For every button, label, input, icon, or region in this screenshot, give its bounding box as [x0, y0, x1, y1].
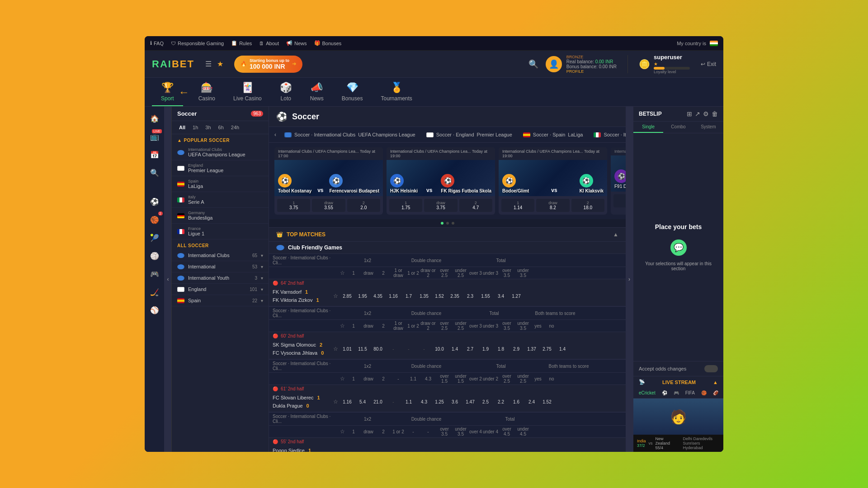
section-collapse-icon[interactable]: ▲ [613, 231, 618, 238]
tab-ucl[interactable]: Soccer · International Clubs UEFA Champi… [280, 130, 420, 140]
live-tab-fifa[interactable]: FIFA [684, 389, 697, 396]
odd-home[interactable]: 2.85 [340, 293, 354, 299]
league-item-pl[interactable]: England Premier League [172, 160, 269, 176]
nav-loto[interactable]: 🎲 Loto [271, 78, 301, 106]
league-item-spain[interactable]: Spain 22 ▾ [172, 295, 269, 306]
bet-tab-combo[interactable]: Combo [663, 122, 693, 133]
filter-3h[interactable]: 3h [203, 124, 212, 131]
dot-1[interactable] [441, 222, 443, 225]
hamburger-icon[interactable]: ☰ [205, 60, 212, 68]
odd-over3-2[interactable]: 2.7 [463, 346, 477, 352]
odd-dc12-4[interactable]: 1.18 [401, 452, 416, 452]
faq-link[interactable]: ℹ FAQ [150, 40, 164, 46]
live-tab-darts[interactable]: 🎯 [723, 389, 723, 396]
live-tab-ecricket[interactable]: eCricket [637, 389, 657, 396]
odd-btn-3-away[interactable]: 2 18.0 [571, 199, 604, 212]
live-tab-soccer[interactable]: ⚽ [660, 389, 669, 396]
betslip-grid-icon[interactable]: ⊞ [687, 110, 692, 117]
odd-away-2[interactable]: 80.0 [371, 346, 385, 352]
odd-under35-2[interactable]: 2.9 [509, 346, 524, 352]
nav-tournaments[interactable]: 🏅 Tournaments [372, 78, 421, 106]
odd-btts-no-2[interactable]: 2.75 [540, 346, 554, 352]
odd-btn-1-draw[interactable]: draw 3.55 [312, 199, 345, 212]
odd-over35[interactable]: 3.4 [494, 293, 508, 299]
league-item-bundesliga[interactable]: Germany Bundesliga [172, 208, 269, 224]
exit-button[interactable]: ↩ Exit [701, 61, 716, 67]
live-stream-collapse-icon[interactable]: ▲ [713, 380, 718, 385]
odd-away-4[interactable]: 1.32 [371, 452, 385, 452]
hockey-icon-btn[interactable]: 🏒 [146, 284, 163, 300]
odd-home-4[interactable]: 10.5 [340, 452, 354, 452]
league-item-ucl[interactable]: International Clubs UEFA Champions Leagu… [172, 145, 269, 160]
filter-all[interactable]: All [177, 124, 187, 131]
league-item-england[interactable]: England 101 ▾ [172, 284, 269, 295]
odd-btn-1-home[interactable]: 1 3.75 [277, 199, 310, 212]
tab-epl[interactable]: Soccer · England Premier League [422, 130, 517, 140]
betslip-settings-icon[interactable]: ⚙ [703, 110, 709, 117]
match1-fav-icon[interactable]: ☆ [333, 293, 338, 299]
news-topbar-link[interactable]: 📢 News [286, 40, 307, 46]
bonuses-topbar-link[interactable]: 🎁 Bonuses [314, 40, 342, 46]
avatar[interactable]: 👤 [546, 56, 562, 72]
tabs-left-arrow-icon[interactable]: ‹ [273, 130, 278, 140]
fav-star-icon[interactable]: ☆ [340, 270, 345, 276]
match3-fav-icon[interactable]: ☆ [333, 399, 338, 405]
odd-btts-yes-3[interactable]: 2.4 [524, 399, 539, 405]
odd-under45-4[interactable]: 1.6 [509, 452, 524, 452]
bonus-badge[interactable]: 🔥 Starting bonus up to 100 000 INR ➜ [234, 56, 302, 73]
nav-news[interactable]: 📣 News [301, 78, 333, 106]
live-tab-basketball[interactable]: 🏀 [699, 389, 708, 396]
odd-over45-4[interactable]: 2.2 [494, 452, 508, 452]
odd-under4-4[interactable]: 2.45 [478, 452, 493, 452]
odd-over25-3[interactable]: 2.2 [494, 399, 508, 405]
tennis-icon-btn[interactable]: 🎾 [146, 230, 163, 246]
league-item-ligue1[interactable]: France Ligue 1 [172, 224, 269, 239]
odd-over25[interactable]: 1.52 [432, 293, 447, 299]
odd-btts-no2-2[interactable]: 1.4 [555, 346, 570, 352]
live-icon-btn[interactable]: 📺 LIVE [146, 128, 163, 145]
odd-under25-3[interactable]: 1.6 [509, 399, 524, 405]
odd-home-2[interactable]: 1.01 [340, 346, 354, 352]
odd-under25[interactable]: 2.35 [448, 293, 462, 299]
right-panel-toggle[interactable]: › [626, 107, 633, 452]
odd-over3[interactable]: 2.3 [463, 293, 477, 299]
odd-over2-3[interactable]: 1.47 [463, 399, 477, 405]
league-item-intl[interactable]: International 53 ▾ [172, 261, 269, 272]
nav-bonuses[interactable]: 💎 Bonuses [333, 78, 372, 106]
basketball-icon-btn[interactable]: 🏀 2 [146, 211, 163, 228]
panel-toggle[interactable]: ‹ [165, 107, 172, 452]
match2-fav-icon[interactable]: ☆ [333, 346, 338, 352]
bet-tab-single[interactable]: Single [633, 122, 663, 133]
about-link[interactable]: 🗓 About [259, 41, 279, 46]
odds-toggle-switch[interactable] [704, 365, 718, 372]
betslip-arrow-icon[interactable]: ↗ [695, 110, 700, 117]
home-icon-btn[interactable]: 🏠 [146, 110, 163, 127]
dot-2[interactable] [446, 222, 449, 225]
odd-btn-3-draw[interactable]: draw 8.2 [536, 199, 569, 212]
odd-dcx2-3[interactable]: 4.3 [417, 399, 431, 405]
soccer-icon-btn[interactable]: ⚽ [146, 193, 163, 210]
live-tab-american-football[interactable]: 🏈 [711, 389, 720, 396]
odd-under2-3[interactable]: 2.5 [478, 399, 493, 405]
odd-btn-3-home[interactable]: 1 1.14 [501, 199, 534, 212]
odd-dc1x-4[interactable]: 2.95 [386, 452, 401, 452]
odd-draw[interactable]: 1.95 [355, 293, 370, 299]
odd-btn-2-home[interactable]: 1 1.75 [389, 199, 422, 212]
volleyball-icon-btn[interactable]: 🏐 [146, 248, 163, 264]
odd-btn-4-home[interactable]: 1 - [613, 194, 626, 207]
odd-btn-2-away[interactable]: 2 4.7 [459, 199, 492, 212]
odd-btn-2-draw[interactable]: draw 3.75 [424, 199, 457, 212]
odd-under3[interactable]: 1.55 [478, 293, 493, 299]
odd-dcx2[interactable]: 1.35 [417, 293, 431, 299]
odd-under15-3[interactable]: 3.6 [448, 399, 462, 405]
baseball-icon-btn[interactable]: ⚾ [146, 302, 163, 318]
filter-6h[interactable]: 6h [217, 124, 226, 131]
odd-away[interactable]: 4.35 [371, 293, 385, 299]
odd-over15-3[interactable]: 1.25 [432, 399, 447, 405]
nav-live-casino[interactable]: 🃏 Live Casino [224, 78, 271, 106]
odd-draw-4[interactable]: 4.1 [355, 452, 370, 452]
odd-over25-2[interactable]: 10.0 [432, 346, 447, 352]
odd-dc1x[interactable]: 1.16 [386, 293, 401, 299]
odd-under3-2[interactable]: 1.9 [478, 346, 493, 352]
league-item-seriea[interactable]: Italy Serie A [172, 192, 269, 208]
